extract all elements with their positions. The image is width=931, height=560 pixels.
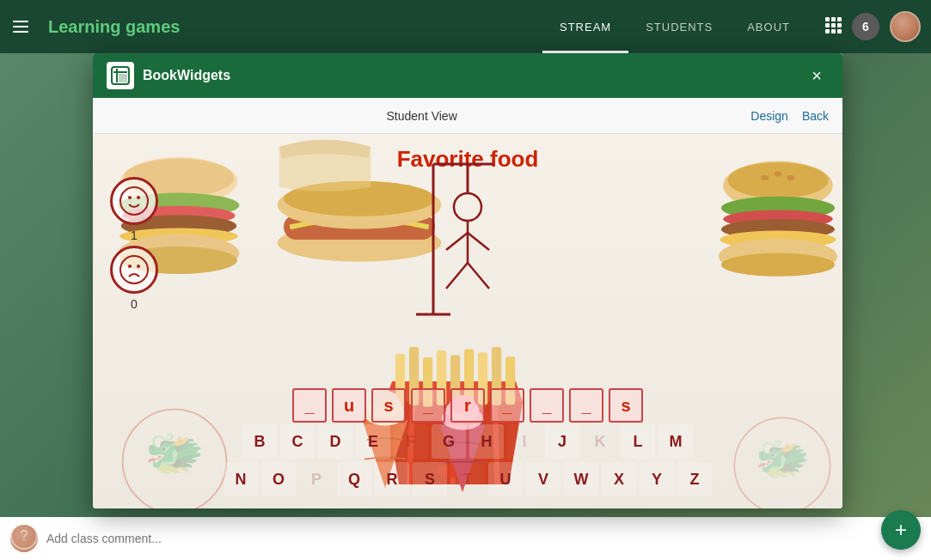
word-letter: _ xyxy=(411,388,445,423)
keyboard-key[interactable]: M xyxy=(658,424,693,459)
svg-rect-7 xyxy=(831,29,836,33)
help-icon[interactable]: ? xyxy=(10,522,38,550)
grid-icon[interactable] xyxy=(824,16,842,38)
keyboard-key[interactable]: N xyxy=(224,462,258,496)
svg-rect-0 xyxy=(825,17,830,21)
word-letter: s xyxy=(609,388,643,423)
keyboard-key[interactable]: P xyxy=(299,462,334,496)
keyboard: BCDEFGHIJKLMNOPQRSTUVWXYZ xyxy=(210,424,726,500)
svg-line-64 xyxy=(446,263,468,289)
dragon-right-watermark: 🐲 xyxy=(731,414,834,508)
menu-button[interactable] xyxy=(0,0,41,53)
back-link[interactable]: Back xyxy=(802,109,829,123)
modal-header: BookWidgets × xyxy=(93,53,842,98)
word-display: _us_r___s xyxy=(292,388,643,423)
svg-rect-6 xyxy=(825,29,830,33)
keyboard-key[interactable]: R xyxy=(375,462,409,496)
keyboard-key[interactable]: J xyxy=(545,424,579,459)
modal-content: Favorite food xyxy=(93,134,842,508)
bottom-bar xyxy=(0,517,931,560)
svg-rect-3 xyxy=(825,23,830,27)
word-letter: r xyxy=(450,388,485,423)
word-letter: u xyxy=(332,388,366,423)
modal-view-title: Student View xyxy=(107,109,737,123)
modal-toolbar: Student View Design Back xyxy=(93,98,842,134)
word-letter: _ xyxy=(530,388,564,423)
svg-rect-10 xyxy=(119,74,127,82)
keyboard-key[interactable]: G xyxy=(432,424,466,459)
modal-close-button[interactable]: × xyxy=(805,64,829,88)
smiley-area: 1 0 xyxy=(110,177,158,311)
navbar-tabs: STREAM STUDENTS ABOUT xyxy=(542,0,807,53)
keyboard-key[interactable]: Y xyxy=(640,462,674,496)
word-letter: _ xyxy=(292,388,327,423)
svg-point-71 xyxy=(137,265,140,268)
svg-line-62 xyxy=(446,233,468,250)
keyboard-key[interactable]: D xyxy=(318,424,352,459)
class-comment-input[interactable] xyxy=(46,532,921,545)
tab-students[interactable]: STUDENTS xyxy=(628,0,730,53)
svg-point-60 xyxy=(454,193,481,221)
sad-face xyxy=(110,246,158,294)
svg-point-23 xyxy=(787,175,795,180)
bookwidgets-logo xyxy=(107,62,134,89)
keyboard-key[interactable]: O xyxy=(261,462,296,496)
svg-point-66 xyxy=(120,187,148,215)
keyboard-key[interactable]: T xyxy=(450,462,485,496)
svg-text:🐲: 🐲 xyxy=(144,424,205,481)
sad-count: 0 xyxy=(131,297,138,311)
keyboard-key[interactable]: Q xyxy=(337,462,371,496)
keyboard-key[interactable]: H xyxy=(469,424,504,459)
svg-point-70 xyxy=(128,265,132,268)
keyboard-key[interactable]: X xyxy=(602,462,636,496)
word-letter: _ xyxy=(569,388,603,423)
hamburger-icon xyxy=(13,21,28,33)
keyboard-key[interactable]: W xyxy=(564,462,598,496)
happy-face xyxy=(110,177,158,225)
navbar-right: 6 xyxy=(824,11,921,42)
tab-stream[interactable]: STREAM xyxy=(542,0,628,53)
svg-rect-8 xyxy=(837,29,842,33)
navbar: Learning games STREAM STUDENTS ABOUT xyxy=(0,0,931,53)
keyboard-key[interactable]: B xyxy=(242,424,277,459)
svg-rect-5 xyxy=(837,23,842,27)
svg-line-65 xyxy=(468,263,489,289)
svg-point-68 xyxy=(137,196,140,199)
design-link[interactable]: Design xyxy=(750,109,788,123)
fab-button[interactable]: + xyxy=(881,510,921,550)
keyboard-key[interactable]: U xyxy=(488,462,523,496)
svg-rect-1 xyxy=(831,17,836,21)
svg-point-29 xyxy=(721,253,835,277)
word-letter: s xyxy=(371,388,406,423)
keyboard-key[interactable]: E xyxy=(356,424,390,459)
keyboard-key[interactable]: Z xyxy=(677,462,712,496)
hangman-drawing xyxy=(382,151,554,323)
notification-badge[interactable]: 6 xyxy=(852,13,879,40)
happy-count: 1 xyxy=(131,228,138,242)
user-avatar[interactable] xyxy=(890,11,921,42)
burger-right-image xyxy=(714,151,842,297)
keyboard-key[interactable]: V xyxy=(526,462,560,496)
svg-point-21 xyxy=(762,175,769,180)
svg-point-69 xyxy=(120,256,148,283)
keyboard-key[interactable]: S xyxy=(413,462,447,496)
modal: BookWidgets × Student View Design Back F… xyxy=(93,53,842,508)
svg-line-63 xyxy=(468,233,489,250)
keyboard-key[interactable]: C xyxy=(280,424,315,459)
tab-about[interactable]: ABOUT xyxy=(730,0,807,53)
keyboard-key[interactable]: K xyxy=(583,424,617,459)
keyboard-key[interactable]: F xyxy=(394,424,428,459)
keyboard-key[interactable]: I xyxy=(507,424,542,459)
svg-text:🐲: 🐲 xyxy=(755,432,811,484)
keyboard-key[interactable]: L xyxy=(621,424,655,459)
modal-brand: BookWidgets xyxy=(143,68,805,83)
svg-rect-2 xyxy=(837,17,842,21)
svg-point-67 xyxy=(128,196,132,199)
word-letter: _ xyxy=(490,388,524,423)
svg-rect-4 xyxy=(831,23,836,27)
app-title: Learning games xyxy=(48,17,180,37)
